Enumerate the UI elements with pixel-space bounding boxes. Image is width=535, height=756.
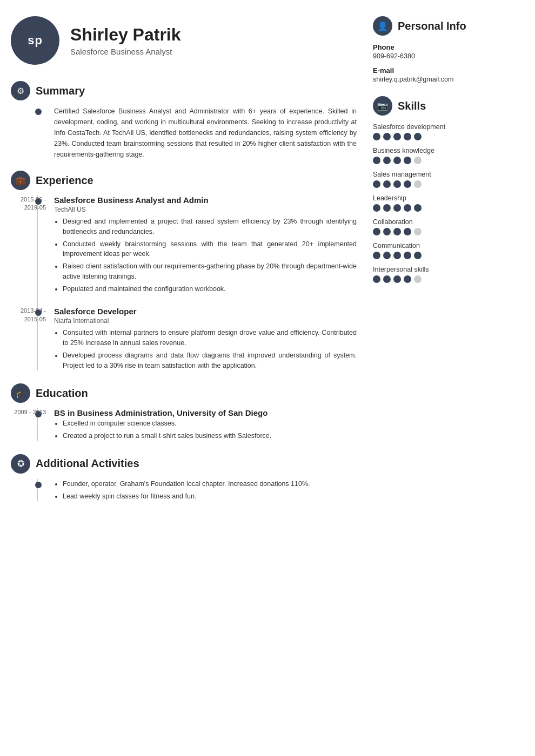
skill-dot-filled (383, 275, 391, 283)
job-bullets: Consulted with internal partners to ensu… (54, 328, 357, 370)
job-bullet: Designed and implemented a project that … (63, 217, 357, 237)
skill-dot-filled (373, 228, 380, 235)
skill-dot-filled (373, 204, 380, 212)
experience-items: 2015-06 - 2019-05 Salesforce Business An… (54, 195, 357, 370)
skill-dot-filled (404, 133, 411, 140)
email-value: shirley.q.patrik@gmail.com (373, 76, 524, 83)
education-title: Education (36, 387, 88, 400)
skills-title: Skills (398, 100, 426, 112)
skill-item: Interpersonal skills (373, 266, 524, 283)
phone-label: Phone (373, 43, 524, 51)
summary-text: Certified Salesforce Business Analyst an… (54, 106, 357, 160)
additional-bullets: Founder, operator, Graham's Foundation l… (54, 479, 357, 502)
skill-dot-filled (373, 252, 380, 259)
experience-icon: 💼 (11, 171, 30, 190)
company-name: TechAll US (54, 206, 357, 213)
additional-bullet: Lead weekly spin classes for fitness and… (63, 491, 357, 502)
summary-section: ⚙ Summary Certified Salesforce Business … (11, 81, 357, 160)
skill-dot-filled (414, 252, 422, 259)
phone-value: 909-692-6380 (373, 52, 524, 60)
company-name: Niarfa International (54, 317, 357, 325)
additional-item: Founder, operator, Graham's Foundation l… (54, 479, 357, 502)
skill-dot-filled (414, 133, 422, 140)
skill-name: Business knowledge (373, 147, 524, 154)
avatar: sp (11, 16, 59, 65)
summary-dot (35, 109, 42, 115)
skill-dot-filled (393, 204, 401, 212)
education-section-header: 🎓 Education (11, 383, 357, 403)
skill-dots (373, 275, 524, 283)
skill-dots (373, 133, 524, 140)
job-bullet: Populated and maintained the configurati… (63, 284, 357, 294)
skill-dots (373, 180, 524, 188)
edu-bullets: Excelled in computer science classes.Cre… (54, 418, 357, 441)
skill-name: Collaboration (373, 218, 524, 226)
additional-icon: ✪ (11, 454, 30, 474)
skill-dot-filled (404, 252, 411, 259)
skill-dot-filled (393, 228, 401, 235)
summary-content: Certified Salesforce Business Analyst an… (11, 106, 357, 160)
candidate-name: Shirley Patrik (70, 25, 181, 45)
skill-name: Leadership (373, 194, 524, 202)
skill-dots (373, 204, 524, 212)
skill-item: Salesforce development (373, 123, 524, 140)
skill-dot-filled (373, 275, 380, 283)
edu-bullet: Excelled in computer science classes. (63, 418, 357, 429)
skill-item: Collaboration (373, 218, 524, 235)
skill-dot-filled (373, 157, 380, 164)
skill-item: Leadership (373, 194, 524, 212)
personal-info-icon: 👤 (373, 16, 392, 36)
personal-info-header: 👤 Personal Info (373, 16, 524, 36)
skill-dot-filled (383, 252, 391, 259)
skill-item: Sales management (373, 171, 524, 188)
skill-dot-filled (404, 204, 411, 212)
skills-section: 📷 Skills Salesforce development Business… (373, 96, 524, 283)
education-icon: 🎓 (11, 383, 30, 403)
experience-title: Experience (36, 174, 93, 187)
skill-dot-filled (373, 133, 380, 140)
experience-item: 2013-04 - 2015-05 Salesforce Developer N… (54, 307, 357, 370)
education-item: 2009 - 2013 BS in Business Administratio… (54, 408, 357, 441)
skill-dot-filled (404, 180, 411, 188)
job-bullet: Developed process diagrams and data flow… (63, 350, 357, 371)
skill-dot-empty (414, 157, 422, 164)
summary-section-header: ⚙ Summary (11, 81, 357, 100)
experience-section-header: 💼 Experience (11, 171, 357, 190)
job-bullets: Designed and implemented a project that … (54, 217, 357, 294)
personal-info-title: Personal Info (398, 20, 466, 32)
education-section: 🎓 Education 2009 - 2013 BS in Business A… (11, 383, 357, 441)
additional-items: Founder, operator, Graham's Foundation l… (54, 479, 357, 502)
skill-name: Communication (373, 242, 524, 249)
candidate-title: Salesforce Business Analyst (70, 47, 181, 56)
skill-dot-filled (404, 228, 411, 235)
edu-degree: BS in Business Administration, Universit… (54, 408, 357, 417)
experience-item: 2015-06 - 2019-05 Salesforce Business An… (54, 195, 357, 294)
experience-timeline: 2015-06 - 2019-05 Salesforce Business An… (11, 195, 357, 370)
edu-bullet: Created a project to run a small t-shirt… (63, 431, 357, 441)
skill-dot-filled (393, 180, 401, 188)
timeline-dot (35, 482, 42, 488)
skill-item: Communication (373, 242, 524, 259)
skill-dot-empty (414, 228, 422, 235)
timeline-date: 2015-06 - 2019-05 (11, 195, 46, 212)
skills-list: Salesforce development Business knowledg… (373, 123, 524, 283)
skill-dot-filled (383, 157, 391, 164)
education-items: 2009 - 2013 BS in Business Administratio… (54, 408, 357, 441)
skill-dot-filled (393, 157, 401, 164)
skill-item: Business knowledge (373, 147, 524, 164)
timeline-line (37, 195, 38, 370)
skill-dot-filled (414, 204, 422, 212)
skill-dots (373, 157, 524, 164)
resume-header: sp Shirley Patrik Salesforce Business An… (11, 16, 357, 65)
additional-bullet: Founder, operator, Graham's Foundation l… (63, 479, 357, 489)
skill-dot-filled (393, 133, 401, 140)
skill-dot-empty (414, 180, 422, 188)
experience-section: 💼 Experience 2015-06 - 2019-05 Salesforc… (11, 171, 357, 370)
skill-dot-filled (393, 275, 401, 283)
skill-name: Sales management (373, 171, 524, 178)
skill-dot-filled (383, 180, 391, 188)
skill-dot-filled (404, 157, 411, 164)
timeline-dot (35, 198, 42, 205)
job-title: Salesforce Developer (54, 307, 357, 316)
summary-title: Summary (36, 85, 85, 97)
